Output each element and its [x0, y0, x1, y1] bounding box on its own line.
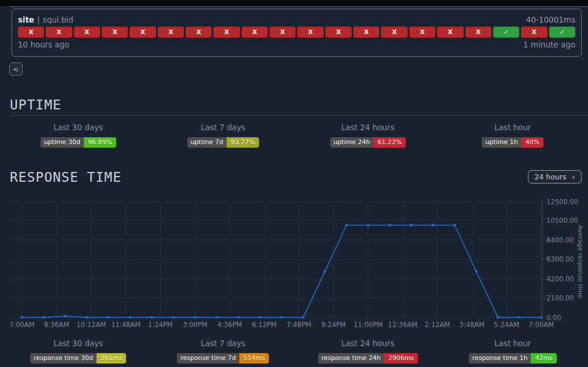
stat-column: Last houruptime 1h40%	[441, 123, 586, 148]
svg-text:3:48AM: 3:48AM	[459, 321, 485, 329]
status-cell-down: X	[353, 27, 379, 38]
svg-text:7:00AM: 7:00AM	[9, 321, 35, 329]
response-range-label: 40-10001ms	[526, 15, 575, 24]
svg-text:12:36AM: 12:36AM	[388, 321, 417, 329]
response-stats-row: Last 30 daysresponse time 30d261msLast 7…	[6, 339, 585, 364]
svg-text:6:12PM: 6:12PM	[252, 321, 277, 329]
stat-badge: response time 24h2906ms	[318, 353, 418, 364]
stat-column: Last 7 daysuptime 7d93.77%	[151, 123, 296, 148]
top-strip	[0, 0, 588, 6]
badge-label: uptime 7d	[187, 137, 227, 148]
stat-badge: response time 1h42ms	[469, 353, 557, 364]
svg-text:9:24PM: 9:24PM	[321, 321, 346, 329]
badge-value: 93.77%	[227, 137, 259, 148]
svg-text:8400.00: 8400.00	[546, 236, 574, 244]
chevron-down-icon: ∨	[571, 174, 575, 180]
svg-text:3:00PM: 3:00PM	[183, 321, 208, 329]
badge-label: response time 24h	[318, 353, 384, 364]
svg-text:2:12AM: 2:12AM	[425, 321, 450, 329]
stat-badge: uptime 1h40%	[482, 137, 543, 148]
status-cell-down: X	[437, 27, 463, 38]
back-button[interactable]: <	[9, 63, 23, 76]
status-cell-down: X	[409, 27, 435, 38]
monitor-card-header: site|squi.bid 40-10001ms	[18, 13, 575, 25]
status-cell-down: X	[326, 27, 352, 38]
svg-text:1:24PM: 1:24PM	[148, 321, 173, 329]
badge-label: response time 30d	[30, 353, 97, 364]
stat-period-label: Last hour	[441, 123, 586, 132]
badge-value: 261ms	[97, 353, 126, 364]
stat-column: Last hourresponse time 1h42ms	[441, 339, 586, 364]
stat-column: Last 24 hoursresponse time 24h2906ms	[295, 339, 441, 364]
svg-text:11:00PM: 11:00PM	[354, 321, 383, 329]
badge-value: 2906ms	[384, 353, 417, 364]
status-cell-down: X	[465, 27, 491, 38]
y-axis-title: Average response time	[576, 225, 584, 299]
badge-value: 61.22%	[373, 137, 406, 148]
status-cell-up: ✓	[493, 27, 519, 38]
status-cell-down: X	[269, 27, 295, 38]
stat-period-label: Last 24 hours	[295, 339, 441, 348]
uptime-stats-row: Last 30 daysuptime 30d96.89%Last 7 daysu…	[6, 123, 585, 148]
badge-label: response time 1h	[469, 353, 531, 364]
status-cell-down: X	[381, 27, 407, 38]
status-cell-down: X	[213, 27, 239, 38]
svg-text:0.00: 0.00	[546, 314, 561, 322]
svg-text:7:48PM: 7:48PM	[287, 321, 312, 329]
top-divider	[10, 6, 588, 7]
status-cell-down: X	[297, 27, 323, 38]
period-select-value: 24 hours	[534, 173, 566, 181]
uptime-divider	[10, 115, 588, 116]
stat-badge: uptime 24h61.22%	[330, 137, 406, 148]
svg-text:12500.00: 12500.00	[546, 198, 578, 206]
status-cell-down: X	[102, 27, 128, 38]
status-cell-down: X	[130, 27, 156, 38]
stat-period-label: Last 30 days	[6, 123, 151, 132]
svg-text:4200.00: 4200.00	[546, 275, 574, 283]
status-cell-down: X	[521, 27, 547, 38]
badge-label: uptime 24h	[330, 137, 373, 148]
status-page: site|squi.bid 40-10001ms XXXXXXXXXXXXXXX…	[0, 0, 588, 367]
status-cell-down: X	[242, 27, 268, 38]
status-cell-down: X	[186, 27, 212, 38]
badge-label: uptime 1h	[482, 137, 521, 148]
monitor-card-footer: 10 hours ago 1 minute ago	[18, 40, 575, 49]
svg-text:5:24AM: 5:24AM	[494, 321, 519, 329]
badge-value: 96.89%	[84, 137, 116, 148]
stat-period-label: Last hour	[441, 339, 586, 348]
badge-label: response time 7d	[177, 353, 239, 364]
status-history-row: XXXXXXXXXXXXXXXXX✓X✓	[18, 27, 575, 38]
svg-text:8:36AM: 8:36AM	[44, 321, 69, 329]
svg-text:10:12AM: 10:12AM	[76, 321, 106, 329]
response-time-chart: 7:00AM8:36AM10:12AM11:48AM1:24PM3:00PM4:…	[0, 197, 588, 333]
history-end-label: 1 minute ago	[523, 40, 575, 49]
stat-badge: uptime 30d96.89%	[40, 137, 116, 148]
status-cell-up: ✓	[549, 27, 575, 38]
status-cell-down: X	[74, 27, 100, 38]
stat-badge: uptime 7d93.77%	[187, 137, 259, 148]
svg-text:7:00AM: 7:00AM	[528, 321, 554, 329]
stat-column: Last 7 daysresponse time 7d514ms	[151, 339, 296, 364]
svg-text:11:48AM: 11:48AM	[111, 321, 140, 329]
svg-text:6300.00: 6300.00	[546, 255, 574, 263]
stat-column: Last 30 daysuptime 30d96.89%	[6, 123, 151, 148]
stat-badge: response time 7d514ms	[177, 353, 269, 364]
status-cell-down: X	[18, 27, 44, 38]
status-cell-down: X	[158, 27, 184, 38]
period-select[interactable]: 24 hours ∨	[528, 170, 582, 183]
badge-value: 42ms	[531, 353, 556, 364]
badge-label: uptime 30d	[40, 137, 84, 148]
stat-period-label: Last 7 days	[151, 123, 296, 132]
stat-period-label: Last 7 days	[151, 339, 296, 348]
monitor-name: site	[18, 15, 34, 24]
badge-value: 40%	[522, 137, 543, 148]
monitor-card: site|squi.bid 40-10001ms XXXXXXXXXXXXXXX…	[12, 9, 582, 57]
stat-period-label: Last 24 hours	[295, 123, 441, 132]
status-cell-down: X	[46, 27, 72, 38]
stat-badge: response time 30d261ms	[30, 353, 126, 364]
monitor-title: site|squi.bid	[18, 15, 73, 24]
history-start-label: 10 hours ago	[18, 40, 69, 49]
response-time-heading: RESPONSE TIME	[10, 170, 121, 185]
svg-text:4:36PM: 4:36PM	[217, 321, 242, 329]
uptime-heading: UPTIME	[10, 97, 61, 112]
